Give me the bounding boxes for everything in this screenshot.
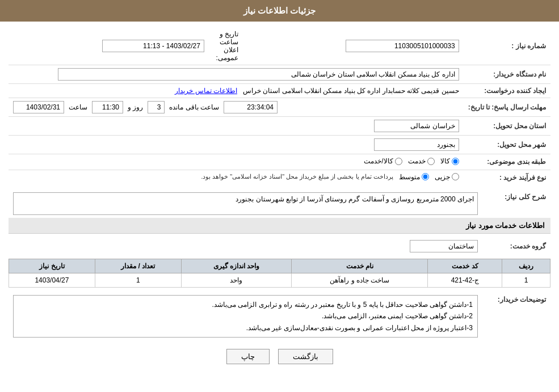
cell-tarikh: 1403/04/27	[9, 273, 95, 288]
tozihat-content: 1-داشتن گواهی صلاحیت حداقل با پایه 5 و ب…	[13, 295, 478, 338]
shomareNiaz-label: شماره نیاز :	[464, 27, 550, 65]
tarikh-ilan-value: 1403/02/27 - 11:13	[102, 40, 204, 52]
namedastgah-value: اداره کل بنیاد مسکن انقلاب اسلامی استان …	[58, 68, 459, 81]
noeFarayand-motevaset-option[interactable]: متوسط	[399, 173, 429, 181]
col-kod: کد خدمت	[428, 259, 502, 273]
back-button[interactable]: بازگشت	[278, 349, 333, 364]
etelaaat-tamas-link[interactable]: اطلاعات تماس خریدار	[175, 87, 237, 95]
groheKhadamat-value: ساختمان	[410, 240, 478, 252]
shahr-value: بجنورد	[374, 138, 459, 151]
tozihat-label: توضیحات خریدار:	[482, 292, 550, 340]
noeFarayand-note: پرداخت تمام یا بخشی از مبلغ خریداز محل "…	[201, 173, 393, 180]
sharhNiaz-label: شرح کلی نیاز:	[482, 189, 550, 218]
tabaqe-label: طبقه بندی موضوعی:	[464, 154, 550, 170]
groheKhadamat-label: گروه خدمت:	[482, 237, 550, 255]
tabaqe-khedmat-option[interactable]: خدمت	[408, 157, 435, 165]
col-vahed: واحد اندازه گیری	[181, 259, 291, 273]
mohlat-label: مهلت ارسال پاسخ: تا تاریخ:	[464, 98, 550, 117]
mohlat-rooz-label: روز و	[128, 103, 143, 111]
tabaqe-kala-khedmat-option[interactable]: کالا/خدمت	[364, 157, 402, 165]
page-header: جزئیات اطلاعات نیاز	[0, 0, 559, 22]
tabaqe-kala-option[interactable]: کالا	[440, 157, 459, 165]
mohlat-time-label: ساعت	[69, 103, 87, 111]
shahr-label: شهر محل تحویل:	[464, 136, 550, 154]
services-table: ردیف کد خدمت نام خدمت واحد اندازه گیری ت…	[9, 259, 550, 288]
ijadkonande-label: ایجاد کننده درخواست:	[464, 84, 550, 98]
cell-kod: ج-42-421	[428, 273, 502, 288]
mohlat-time-value: 11:30	[92, 101, 123, 113]
mohlat-mande-value: 23:34:04	[224, 101, 278, 113]
sharhNiaz-value: اجرای 2000 مترمربع روسازی و آسفالت گرم ر…	[13, 192, 478, 215]
namedastgah-label: نام دستگاه خریدار:	[464, 65, 550, 84]
mohlat-date-value: 1403/02/31	[13, 101, 64, 113]
noeFarayand-jazii-option[interactable]: جزیی	[435, 173, 459, 181]
col-name: نام خدمت	[292, 259, 428, 273]
ijadkonande-value: حسین قدیمی کلاته حسابدار اداره کل بنیاد …	[243, 87, 459, 95]
cell-tedad: 1	[95, 273, 181, 288]
khadamat-section-title: اطلاعات خدمات مورد نیاز	[9, 218, 550, 234]
ostan-label: استان محل تحویل:	[464, 117, 550, 136]
col-radif: ردیف	[502, 259, 550, 273]
button-row: بازگشت چاپ	[9, 340, 550, 373]
ostan-value: خراسان شمالی	[374, 120, 459, 132]
col-tarikh: تاریخ نیاز	[9, 259, 95, 273]
cell-vahed: واحد	[181, 273, 291, 288]
table-row: 1 ج-42-421 ساخت جاده و راهآهن واحد 1 140…	[9, 273, 550, 288]
print-button[interactable]: چاپ	[226, 349, 270, 364]
cell-name: ساخت جاده و راهآهن	[292, 273, 428, 288]
noeFarayand-label: نوع فرآیند خرید :	[464, 170, 550, 185]
cell-radif: 1	[502, 273, 550, 288]
tarikh-ilan-label: تاریخ و ساعت اعلان عمومی:	[209, 27, 243, 65]
col-tedad: تعداد / مقدار	[95, 259, 181, 273]
mohlat-mande-label: ساعت باقی مانده	[169, 103, 219, 111]
shomareNiaz-value: 1103005101000033	[346, 40, 459, 52]
page-title: جزئیات اطلاعات نیاز	[243, 6, 316, 15]
mohlat-rooz-value: 3	[148, 101, 165, 113]
